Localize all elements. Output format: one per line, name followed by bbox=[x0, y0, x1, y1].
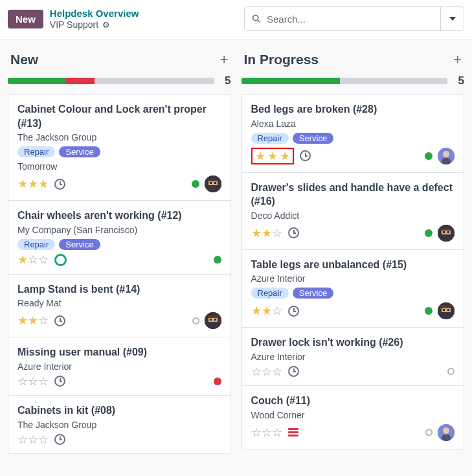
lifering-icon[interactable] bbox=[54, 254, 67, 266]
star-icon[interactable]: ★ bbox=[17, 177, 28, 190]
star-icon[interactable]: ★ bbox=[267, 150, 278, 162]
star-icon[interactable]: ☆ bbox=[28, 433, 38, 446]
star-icon[interactable]: ★ bbox=[262, 304, 272, 317]
clock-icon[interactable] bbox=[288, 366, 299, 377]
search-dropdown-toggle[interactable] bbox=[440, 7, 464, 30]
tag[interactable]: Service bbox=[293, 288, 333, 299]
star-icon[interactable]: ★ bbox=[28, 177, 38, 190]
star-icon[interactable]: ☆ bbox=[262, 426, 272, 439]
assignee-avatar[interactable] bbox=[438, 302, 455, 319]
star-icon[interactable]: ☆ bbox=[38, 375, 49, 388]
kanban-card[interactable]: Couch (#11)Wood Corner☆☆☆ bbox=[242, 386, 464, 449]
kanban-card[interactable]: Drawer lock isn't working (#26)Azure Int… bbox=[242, 328, 464, 386]
star-icon[interactable]: ★ bbox=[28, 314, 38, 327]
assignee-avatar[interactable] bbox=[205, 176, 221, 192]
star-icon[interactable]: ☆ bbox=[38, 314, 49, 327]
breadcrumb-top[interactable]: Helpdesk Overview bbox=[50, 8, 139, 19]
star-icon[interactable]: ★ bbox=[255, 150, 265, 162]
search-box[interactable] bbox=[244, 6, 464, 31]
tag[interactable]: Service bbox=[59, 239, 100, 250]
status-dot[interactable] bbox=[447, 368, 455, 375]
tag[interactable]: Service bbox=[59, 146, 100, 157]
priority-stars[interactable]: ☆☆☆ bbox=[17, 376, 49, 387]
new-button[interactable]: New bbox=[8, 10, 43, 28]
server-icon[interactable] bbox=[288, 428, 298, 436]
priority-stars[interactable]: ☆☆☆ bbox=[251, 427, 282, 438]
tag[interactable]: Repair bbox=[251, 288, 289, 299]
clock-icon[interactable] bbox=[54, 434, 65, 445]
assignee-avatar[interactable] bbox=[438, 225, 455, 242]
priority-stars[interactable]: ☆☆☆ bbox=[17, 434, 49, 446]
card-customer: Alexa Laza bbox=[251, 119, 455, 129]
star-icon[interactable]: ☆ bbox=[272, 426, 282, 439]
star-icon[interactable]: ☆ bbox=[38, 253, 49, 266]
status-dot[interactable] bbox=[425, 152, 433, 160]
kanban-card[interactable]: Drawer's slides and handle have a defect… bbox=[242, 173, 464, 250]
kanban-card[interactable]: Missing user manual (#09)Azure Interior☆… bbox=[8, 337, 230, 396]
star-icon[interactable]: ☆ bbox=[272, 304, 282, 317]
clock-icon[interactable] bbox=[300, 150, 311, 161]
star-icon[interactable]: ★ bbox=[251, 227, 262, 240]
priority-stars[interactable]: ★★☆ bbox=[17, 315, 49, 326]
star-icon[interactable]: ★ bbox=[262, 227, 272, 240]
status-dot[interactable] bbox=[192, 317, 199, 324]
assignee-avatar[interactable] bbox=[438, 424, 455, 441]
star-icon[interactable]: ☆ bbox=[28, 375, 38, 388]
kanban-card[interactable]: Cabinet Colour and Lock aren't proper (#… bbox=[8, 95, 230, 201]
kanban-card[interactable]: Lamp Stand is bent (#14)Ready Mat★★☆ bbox=[8, 275, 230, 338]
clock-icon[interactable] bbox=[54, 315, 65, 326]
kanban-card[interactable]: Bed legs are broken (#28)Alexa LazaRepai… bbox=[242, 95, 464, 173]
search-input[interactable] bbox=[267, 14, 434, 25]
star-icon[interactable]: ☆ bbox=[17, 375, 28, 388]
star-icon[interactable]: ☆ bbox=[28, 253, 38, 266]
star-icon[interactable]: ★ bbox=[280, 150, 290, 162]
kanban-card[interactable]: Chair wheels aren't working (#12)My Comp… bbox=[8, 201, 230, 275]
star-icon[interactable]: ☆ bbox=[17, 433, 28, 446]
svg-point-0 bbox=[253, 16, 258, 21]
star-icon[interactable]: ★ bbox=[17, 314, 28, 327]
search-icon bbox=[251, 14, 262, 24]
status-dot[interactable] bbox=[214, 256, 221, 264]
star-icon[interactable]: ☆ bbox=[262, 365, 272, 378]
gear-icon[interactable]: ⚙ bbox=[102, 20, 110, 30]
add-card-button[interactable]: + bbox=[220, 51, 229, 68]
tag[interactable]: Repair bbox=[17, 239, 55, 250]
priority-stars[interactable]: ★★☆ bbox=[251, 227, 282, 239]
star-icon[interactable]: ☆ bbox=[272, 227, 282, 240]
star-icon[interactable]: ★ bbox=[17, 253, 28, 266]
tag[interactable]: Repair bbox=[251, 133, 289, 144]
assignee-avatar[interactable] bbox=[438, 148, 455, 164]
priority-stars[interactable]: ★★★ bbox=[17, 178, 49, 190]
clock-icon[interactable] bbox=[54, 179, 65, 190]
clock-icon[interactable] bbox=[288, 306, 299, 317]
priority-stars[interactable]: ☆☆☆ bbox=[251, 366, 282, 378]
column-title[interactable]: New bbox=[10, 52, 220, 67]
status-dot[interactable] bbox=[214, 378, 221, 385]
column-title[interactable]: In Progress bbox=[244, 52, 454, 67]
status-dot[interactable] bbox=[192, 180, 199, 188]
column-progress[interactable]: 5 bbox=[242, 74, 465, 87]
card-title: Missing user manual (#09) bbox=[17, 345, 221, 359]
star-icon[interactable]: ☆ bbox=[272, 365, 282, 378]
status-dot[interactable] bbox=[425, 429, 433, 436]
kanban-card[interactable]: Table legs are unbalanced (#15)Azure Int… bbox=[242, 250, 464, 328]
assignee-avatar[interactable] bbox=[205, 312, 221, 329]
tag[interactable]: Service bbox=[293, 133, 333, 144]
column-progress[interactable]: 5 bbox=[8, 74, 231, 87]
star-icon[interactable]: ☆ bbox=[38, 433, 49, 446]
clock-icon[interactable] bbox=[288, 227, 299, 238]
star-icon[interactable]: ☆ bbox=[251, 365, 262, 378]
status-dot[interactable] bbox=[425, 229, 433, 237]
kanban-card[interactable]: Cabinets in kit (#08)The Jackson Group☆☆… bbox=[8, 396, 230, 453]
tag[interactable]: Repair bbox=[17, 146, 55, 157]
priority-stars[interactable]: ★★★ bbox=[251, 148, 294, 164]
add-card-button[interactable]: + bbox=[453, 51, 462, 68]
star-icon[interactable]: ☆ bbox=[251, 426, 262, 439]
star-icon[interactable]: ★ bbox=[251, 304, 262, 317]
kanban-column: New+5Cabinet Colour and Lock aren't prop… bbox=[8, 47, 231, 454]
clock-icon[interactable] bbox=[54, 376, 65, 387]
priority-stars[interactable]: ★★☆ bbox=[251, 305, 282, 317]
status-dot[interactable] bbox=[425, 307, 433, 315]
priority-stars[interactable]: ★☆☆ bbox=[17, 254, 49, 266]
star-icon[interactable]: ★ bbox=[38, 177, 49, 190]
